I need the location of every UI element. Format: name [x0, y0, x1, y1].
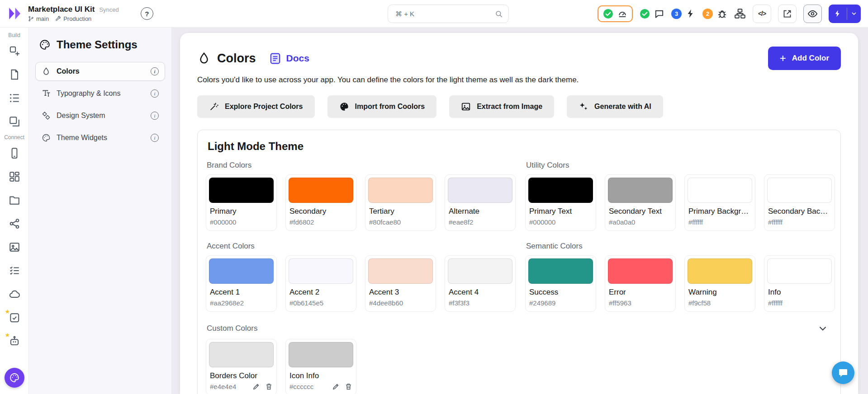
- checklist-icon[interactable]: [9, 265, 20, 277]
- support-chat-button[interactable]: [832, 361, 854, 384]
- add-color-button[interactable]: + Add Color: [768, 47, 841, 70]
- color-hex: #f9cf58: [688, 299, 711, 307]
- color-swatch[interactable]: [767, 178, 832, 203]
- color-swatch-card[interactable]: Warning#f9cf58: [684, 255, 755, 312]
- color-swatch-card[interactable]: Alternate#eae8f2: [445, 174, 516, 231]
- info-icon[interactable]: i: [151, 67, 159, 75]
- list-icon[interactable]: [9, 92, 20, 104]
- color-swatch[interactable]: [448, 178, 512, 203]
- app-logo-icon[interactable]: [7, 6, 23, 21]
- color-swatch[interactable]: [289, 258, 353, 284]
- readiness-status-pill[interactable]: [598, 5, 633, 22]
- cloud-icon[interactable]: [9, 288, 20, 300]
- typography-icon: [42, 89, 51, 98]
- folder-icon[interactable]: [9, 194, 20, 206]
- swatch-row: Success#249689Error#ff5963Warning#f9cf58…: [525, 255, 835, 312]
- delete-color-icon[interactable]: [265, 383, 273, 390]
- color-swatch[interactable]: [209, 342, 274, 367]
- color-swatch[interactable]: [368, 258, 433, 284]
- edit-color-icon[interactable]: [332, 383, 340, 390]
- developer-menu-button[interactable]: </>: [753, 5, 771, 23]
- swatch-row: Accent 1#aa2968e2Accent 2#0b6145e5Accent…: [206, 255, 525, 312]
- run-button[interactable]: [829, 5, 847, 23]
- run-options-dropdown[interactable]: [847, 5, 861, 23]
- share-button[interactable]: [778, 5, 797, 23]
- help-button[interactable]: ?: [141, 7, 153, 20]
- theme-settings-active-button[interactable]: [5, 368, 24, 388]
- color-swatch-card[interactable]: Accent 4#f3f3f3: [445, 255, 516, 312]
- image-icon[interactable]: [9, 241, 20, 253]
- search-input[interactable]: [395, 10, 495, 18]
- star-badge: ★: [5, 309, 10, 314]
- widget-tree-icon[interactable]: [734, 8, 746, 19]
- color-swatch-card[interactable]: Icon Info#cccccc: [285, 339, 356, 394]
- robot-star-icon[interactable]: ★: [9, 335, 20, 347]
- color-swatch[interactable]: [528, 258, 593, 284]
- group-label: Accent Colors: [207, 242, 525, 251]
- color-swatch-card[interactable]: Secondary#fd6802: [285, 174, 356, 231]
- sidebar-item-label: Design System: [57, 112, 105, 120]
- color-swatch-card[interactable]: Accent 2#0b6145e5: [285, 255, 356, 312]
- plus-icon: +: [780, 53, 786, 64]
- color-hex: #ffffff: [768, 218, 783, 226]
- custom-colors-collapse-chevron[interactable]: [817, 323, 829, 334]
- color-swatch-card[interactable]: Tertiary#80fcae80: [365, 174, 436, 231]
- color-swatch[interactable]: [608, 258, 673, 284]
- color-swatch[interactable]: [448, 258, 512, 284]
- color-swatch-card[interactable]: Primary Text#000000: [525, 174, 596, 231]
- branch-selector[interactable]: main: [28, 15, 49, 22]
- copy-icon[interactable]: [9, 116, 20, 127]
- comments-status[interactable]: [640, 9, 664, 19]
- dashboard-icon[interactable]: [9, 171, 20, 183]
- extract-from-image-button[interactable]: Extract from Image: [449, 95, 554, 118]
- color-swatch[interactable]: [289, 342, 353, 367]
- ink-drop-icon: [197, 52, 211, 65]
- sidebar-header: Theme Settings: [29, 35, 171, 62]
- sidebar-item-theme-widgets[interactable]: Theme Widgets i: [35, 128, 165, 147]
- sidebar-item-typography-icons[interactable]: Typography & Icons i: [35, 84, 165, 103]
- smartphone-icon[interactable]: [9, 147, 20, 159]
- explore-project-colors-button[interactable]: Explore Project Colors: [197, 95, 315, 118]
- docs-link[interactable]: Docs: [269, 52, 309, 65]
- color-swatch[interactable]: [767, 258, 832, 284]
- edit-color-icon[interactable]: [252, 383, 260, 390]
- color-swatch-card[interactable]: Accent 1#aa2968e2: [206, 255, 277, 312]
- color-swatch-card[interactable]: Secondary Backgr...#ffffff: [764, 174, 835, 231]
- generate-with-ai-button[interactable]: Generate with AI: [567, 95, 663, 118]
- color-swatch[interactable]: [209, 178, 274, 203]
- color-swatch[interactable]: [688, 258, 752, 284]
- color-swatch-card[interactable]: Borders Color#e4e4e4: [206, 339, 277, 394]
- color-swatch-card[interactable]: Error#ff5963: [605, 255, 676, 312]
- actions-status[interactable]: 3: [671, 9, 696, 19]
- color-swatch-card[interactable]: Info#ffffff: [764, 255, 835, 312]
- sidebar-item-colors[interactable]: Colors i: [35, 62, 165, 81]
- delete-color-icon[interactable]: [345, 383, 352, 390]
- color-swatch[interactable]: [289, 178, 353, 203]
- color-swatch-card[interactable]: Primary Backgrou...#ffffff: [684, 174, 755, 231]
- color-swatch-card[interactable]: Secondary Text#a0a0a0: [605, 174, 676, 231]
- color-swatch-card[interactable]: Accent 3#4dee8b60: [365, 255, 436, 312]
- info-icon[interactable]: i: [151, 134, 159, 142]
- color-swatch[interactable]: [608, 178, 673, 203]
- color-swatch[interactable]: [688, 178, 752, 203]
- import-from-coolors-button[interactable]: Import from Coolors: [327, 95, 437, 118]
- nodes-icon[interactable]: [9, 218, 20, 230]
- sidebar-item-design-system[interactable]: Design System i: [35, 106, 165, 125]
- info-icon[interactable]: i: [151, 89, 159, 98]
- color-swatch[interactable]: [368, 178, 433, 203]
- color-swatch[interactable]: [209, 258, 274, 284]
- checkbox-star-icon[interactable]: ★: [9, 312, 20, 324]
- environment-selector[interactable]: Production: [55, 15, 91, 22]
- color-name: Alternate: [449, 207, 512, 216]
- color-name: Borders Color: [210, 371, 273, 380]
- preview-button[interactable]: [803, 5, 822, 23]
- plus-square-icon[interactable]: [9, 45, 20, 57]
- document-icon[interactable]: [9, 69, 20, 80]
- issues-status[interactable]: 2: [702, 9, 727, 19]
- color-swatch-card[interactable]: Primary#000000: [206, 174, 277, 231]
- color-swatch-card[interactable]: Success#249689: [525, 255, 596, 312]
- info-icon[interactable]: i: [151, 112, 159, 120]
- palette-icon: [39, 39, 51, 51]
- color-swatch[interactable]: [528, 178, 593, 203]
- command-search[interactable]: [388, 5, 509, 23]
